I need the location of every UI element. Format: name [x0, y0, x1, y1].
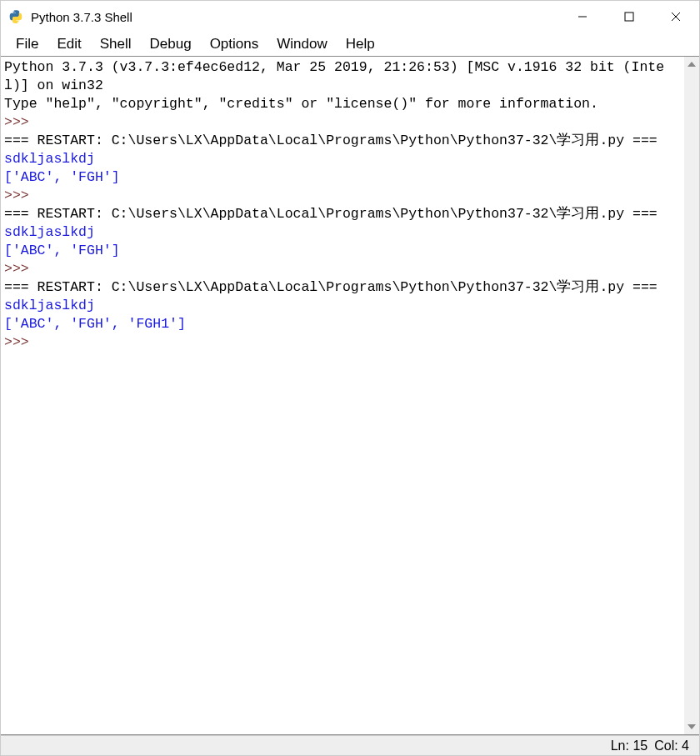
- scroll-up-arrow[interactable]: [684, 57, 699, 72]
- menu-shell[interactable]: Shell: [92, 34, 140, 54]
- menu-edit[interactable]: Edit: [48, 34, 89, 54]
- menu-debug[interactable]: Debug: [142, 34, 200, 54]
- menu-file[interactable]: File: [8, 34, 47, 54]
- status-col: Col: 4: [654, 738, 689, 753]
- maximize-button[interactable]: [606, 1, 652, 33]
- program-output: ['ABC', 'FGH']: [4, 243, 120, 258]
- prompt: >>>: [4, 261, 38, 277]
- restart-line: === RESTART: C:\Users\LX\AppData\Local\P…: [4, 133, 658, 148]
- user-input: sdkljaslkdj: [4, 224, 95, 240]
- menu-help[interactable]: Help: [338, 34, 383, 54]
- program-output: ['ABC', 'FGH', 'FGH1']: [4, 316, 186, 332]
- python-banner-line2: Type "help", "copyright", "credits" or "…: [4, 96, 598, 112]
- window-controls: [559, 1, 699, 33]
- menu-options[interactable]: Options: [202, 34, 268, 54]
- shell-text-area[interactable]: Python 3.7.3 (v3.7.3:ef4ec6ed12, Mar 25 …: [1, 57, 684, 734]
- minimize-button[interactable]: [559, 1, 606, 33]
- close-button[interactable]: [652, 1, 699, 33]
- restart-line: === RESTART: C:\Users\LX\AppData\Local\P…: [4, 279, 658, 295]
- prompt: >>>: [4, 334, 38, 350]
- content-wrapper: Python 3.7.3 (v3.7.3:ef4ec6ed12, Mar 25 …: [1, 56, 699, 735]
- python-icon: [8, 8, 24, 25]
- program-output: ['ABC', 'FGH']: [4, 169, 120, 185]
- window-title: Python 3.7.3 Shell: [31, 10, 559, 24]
- user-input: sdkljaslkdj: [4, 151, 95, 167]
- menu-window[interactable]: Window: [268, 34, 335, 54]
- prompt: >>>: [4, 188, 38, 203]
- svg-rect-1: [625, 13, 633, 21]
- restart-line: === RESTART: C:\Users\LX\AppData\Local\P…: [4, 206, 658, 222]
- titlebar: Python 3.7.3 Shell: [1, 1, 699, 33]
- menubar: File Edit Shell Debug Options Window Hel…: [1, 33, 699, 56]
- user-input: sdkljaslkdj: [4, 298, 95, 313]
- python-banner-line1: Python 3.7.3 (v3.7.3:ef4ec6ed12, Mar 25 …: [4, 59, 664, 93]
- scroll-down-arrow[interactable]: [684, 719, 699, 734]
- scroll-track[interactable]: [684, 72, 699, 719]
- vertical-scrollbar[interactable]: [684, 57, 699, 734]
- prompt: >>>: [4, 114, 38, 130]
- statusbar: Ln: 15 Col: 4: [1, 735, 699, 755]
- status-line: Ln: 15: [611, 738, 648, 753]
